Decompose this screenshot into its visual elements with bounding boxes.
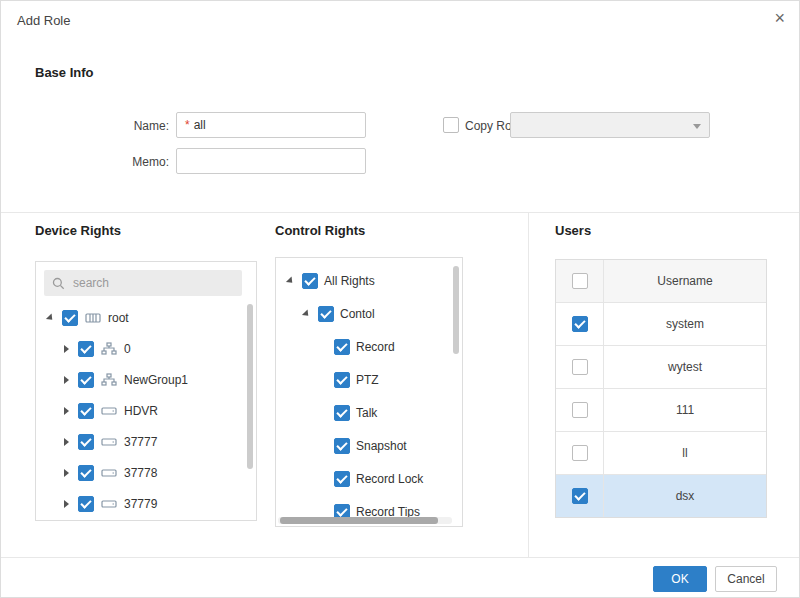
user-row-system[interactable]: system bbox=[556, 303, 766, 346]
user-row-ll[interactable]: ll bbox=[556, 432, 766, 475]
arrow-spacer bbox=[316, 473, 328, 485]
tree-item-label: HDVR bbox=[124, 404, 158, 418]
ok-button[interactable]: OK bbox=[653, 566, 707, 592]
tree-item-record-lock[interactable]: Record Lock bbox=[276, 462, 452, 495]
search-input[interactable] bbox=[71, 275, 234, 291]
tree-item-label: Record Lock bbox=[356, 472, 423, 486]
checkbox[interactable] bbox=[572, 488, 588, 504]
checkbox[interactable] bbox=[334, 438, 350, 454]
tree-item-label: 0 bbox=[124, 342, 131, 356]
user-row-dsx[interactable]: dsx bbox=[556, 475, 766, 517]
user-checkbox-cell bbox=[556, 475, 604, 517]
tree-item-root[interactable]: root bbox=[36, 302, 246, 333]
name-input[interactable]: * all bbox=[176, 112, 366, 138]
tree-item-hdvr[interactable]: HDVR bbox=[36, 395, 246, 426]
tree-item-label: Contol bbox=[340, 307, 375, 321]
checkbox[interactable] bbox=[78, 341, 94, 357]
select-all-checkbox[interactable] bbox=[572, 273, 588, 289]
checkbox[interactable] bbox=[334, 405, 350, 421]
group-icon bbox=[100, 373, 118, 387]
horizontal-scrollbar[interactable] bbox=[280, 517, 438, 524]
checkbox[interactable] bbox=[78, 496, 94, 512]
user-row-wytest[interactable]: wytest bbox=[556, 346, 766, 389]
tree-item-label: NewGroup1 bbox=[124, 373, 188, 387]
vertical-scrollbar[interactable] bbox=[247, 304, 253, 469]
group-icon bbox=[100, 342, 118, 356]
tree-item-0[interactable]: 0 bbox=[36, 333, 246, 364]
collapse-arrow-icon[interactable] bbox=[60, 405, 72, 417]
checkbox[interactable] bbox=[334, 471, 350, 487]
checkbox[interactable] bbox=[334, 372, 350, 388]
tree-item-label: PTZ bbox=[356, 373, 379, 387]
device-icon bbox=[100, 466, 118, 480]
user-row-111[interactable]: 111 bbox=[556, 389, 766, 432]
tree-item-label: Record bbox=[356, 340, 395, 354]
tree-item-label: All Rights bbox=[324, 274, 375, 288]
cancel-button[interactable]: Cancel bbox=[715, 566, 777, 592]
tree-item-37778[interactable]: 37778 bbox=[36, 457, 246, 488]
users-table-header: Username bbox=[556, 260, 766, 303]
expand-arrow-icon[interactable] bbox=[44, 312, 56, 324]
tree-item-37779[interactable]: 37779 bbox=[36, 488, 246, 519]
copy-role-checkbox[interactable] bbox=[443, 117, 459, 133]
checkbox[interactable] bbox=[78, 403, 94, 419]
arrow-spacer bbox=[316, 506, 328, 518]
username-cell: dsx bbox=[604, 475, 766, 517]
checkbox[interactable] bbox=[572, 359, 588, 375]
device-rights-panel: root0NewGroup1HDVR377773777837779 bbox=[35, 261, 257, 521]
checkbox[interactable] bbox=[78, 372, 94, 388]
checkbox[interactable] bbox=[318, 306, 334, 322]
checkbox[interactable] bbox=[62, 310, 78, 326]
expand-arrow-icon[interactable] bbox=[300, 308, 312, 320]
checkbox[interactable] bbox=[572, 402, 588, 418]
tree-item-all-rights[interactable]: All Rights bbox=[276, 264, 452, 297]
collapse-arrow-icon[interactable] bbox=[60, 498, 72, 510]
control-rights-panel: All RightsContolRecordPTZTalkSnapshotRec… bbox=[275, 257, 463, 527]
device-icon bbox=[100, 435, 118, 449]
username-cell: ll bbox=[604, 432, 766, 474]
tree-item-label: 37777 bbox=[124, 435, 157, 449]
checkbox[interactable] bbox=[572, 316, 588, 332]
collapse-arrow-icon[interactable] bbox=[60, 343, 72, 355]
tree-item-label: Snapshot bbox=[356, 439, 407, 453]
tree-item-contol[interactable]: Contol bbox=[276, 297, 452, 330]
tree-item-37777[interactable]: 37777 bbox=[36, 426, 246, 457]
checkbox[interactable] bbox=[334, 339, 350, 355]
search-box[interactable] bbox=[44, 270, 242, 296]
chevron-down-icon bbox=[693, 124, 701, 129]
memo-input[interactable] bbox=[176, 148, 366, 174]
copy-role-select[interactable] bbox=[510, 112, 710, 138]
username-cell: 111 bbox=[604, 389, 766, 431]
checkbox[interactable] bbox=[572, 445, 588, 461]
tree-item-label: root bbox=[108, 311, 129, 325]
username-cell: system bbox=[604, 303, 766, 345]
name-label: Name: bbox=[99, 119, 169, 133]
name-value: all bbox=[194, 118, 206, 132]
expand-arrow-icon[interactable] bbox=[284, 275, 296, 287]
users-heading: Users bbox=[555, 223, 591, 238]
users-table: Username systemwytest111lldsx bbox=[555, 259, 767, 518]
tree-item-ptz[interactable]: PTZ bbox=[276, 363, 452, 396]
tree-item-snapshot[interactable]: Snapshot bbox=[276, 429, 452, 462]
user-checkbox-cell bbox=[556, 303, 604, 345]
collapse-arrow-icon[interactable] bbox=[60, 467, 72, 479]
close-icon[interactable]: × bbox=[774, 9, 785, 27]
tree-item-record[interactable]: Record bbox=[276, 330, 452, 363]
collapse-arrow-icon[interactable] bbox=[60, 436, 72, 448]
device-rights-heading: Device Rights bbox=[35, 223, 121, 238]
user-checkbox-cell bbox=[556, 346, 604, 388]
required-asterisk: * bbox=[185, 118, 190, 132]
tree-item-newgroup1[interactable]: NewGroup1 bbox=[36, 364, 246, 395]
checkbox[interactable] bbox=[78, 434, 94, 450]
arrow-spacer bbox=[316, 374, 328, 386]
username-cell: wytest bbox=[604, 346, 766, 388]
checkbox[interactable] bbox=[78, 465, 94, 481]
footer-divider bbox=[1, 557, 799, 558]
base-info-heading: Base Info bbox=[35, 65, 94, 80]
user-checkbox-cell bbox=[556, 389, 604, 431]
collapse-arrow-icon[interactable] bbox=[60, 374, 72, 386]
vertical-scrollbar[interactable] bbox=[453, 266, 459, 354]
username-column-header: Username bbox=[604, 260, 766, 302]
checkbox[interactable] bbox=[302, 273, 318, 289]
tree-item-talk[interactable]: Talk bbox=[276, 396, 452, 429]
